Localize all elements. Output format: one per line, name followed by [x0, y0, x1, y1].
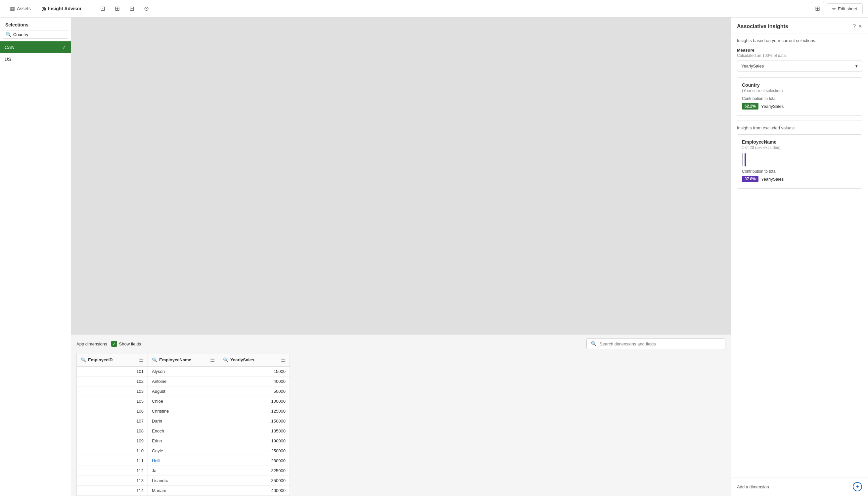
insight-advisor-tab-label: Insight Advisor: [48, 6, 81, 11]
field-item-can[interactable]: CAN ✓: [0, 41, 71, 53]
table-row: 112: [77, 466, 148, 476]
contribution-bar: 62.2% YearlySales: [742, 103, 857, 110]
add-dimension-label[interactable]: Add a dimension: [737, 484, 769, 490]
assets-tab-label: Assets: [17, 6, 31, 11]
table-row: 190000: [219, 436, 290, 446]
right-panel-header: Associative insights ? ×: [731, 17, 868, 33]
topbar: ▦ Assets ◎ Insight Advisor ⊡ ⊞ ⊟ ⊙ ⊞ ✏ E…: [0, 0, 868, 17]
show-fields-toggle[interactable]: ✓ Show fields: [111, 341, 141, 347]
bar-segment-left: [742, 153, 743, 167]
table-row: 280000: [219, 456, 290, 466]
excluded-title: EmployeeName: [742, 139, 857, 144]
add-dimension-icon[interactable]: +: [853, 482, 862, 491]
help-icon[interactable]: ?: [853, 24, 856, 29]
table-row: Darin: [148, 416, 219, 426]
grid-view-button[interactable]: ⊞: [811, 2, 824, 15]
selections-title: Selections: [5, 22, 29, 28]
topbar-right: ⊞ ✏ Edit sheet: [811, 2, 863, 15]
toolbar-icon-2[interactable]: ⊞: [111, 3, 123, 15]
dimension-tables: 🔍 EmployeeID ☰ 101 102 103 105 106 107 1…: [76, 353, 725, 496]
measure-selected-value: YearlySales: [741, 63, 764, 68]
table-row: Antoine: [148, 376, 219, 386]
field-item-us[interactable]: US: [0, 53, 71, 65]
table-row: Erinn: [148, 436, 219, 446]
show-fields-label: Show fields: [119, 341, 141, 346]
search-dimensions-icon: 🔍: [591, 341, 597, 347]
employee-name-header: 🔍 EmployeeName ☰: [148, 353, 219, 367]
measure-section: Measure Calculated on 100% of data Yearl…: [737, 48, 862, 72]
field-value-can: CAN: [5, 45, 15, 50]
left-panel: Selections 🔍 ☰ ✕ CAN ✓ US: [0, 17, 71, 496]
insights-subtitle: Insights based on your current selection…: [737, 38, 862, 43]
table-row: 102: [77, 376, 148, 386]
toolbar-icon-1[interactable]: ⊡: [97, 3, 109, 15]
contribution-percentage: 62.2%: [742, 103, 758, 110]
employee-name-title: EmployeeName: [159, 357, 208, 362]
dimensions-title: App dimensions: [76, 341, 107, 346]
table-row: Enoch: [148, 426, 219, 436]
close-icon[interactable]: ×: [858, 23, 862, 30]
right-panel-title: Associative insights: [737, 24, 851, 29]
table-row: Chloe: [148, 397, 219, 406]
employee-id-table: 🔍 EmployeeID ☰ 101 102 103 105 106 107 1…: [76, 353, 148, 496]
field-list: CAN ✓ US: [0, 41, 71, 496]
yearly-sales-menu-icon[interactable]: ☰: [281, 357, 285, 363]
measure-select[interactable]: YearlySales ▾: [737, 61, 862, 72]
table-row: Gayle: [148, 446, 219, 456]
yearly-sales-table: 🔍 YearlySales ☰ 15000 40000 50000 100000…: [219, 353, 290, 496]
employee-id-search-icon: 🔍: [81, 357, 86, 362]
table-row: 150000: [219, 416, 290, 426]
right-panel-footer: Add a dimension +: [731, 477, 868, 496]
center-content: App dimensions ✓ Show fields 🔍 🔍 Employe…: [71, 17, 731, 496]
excluded-contribution-bar: 37.8% YearlySales: [742, 176, 857, 182]
measure-sublabel: Calculated on 100% of data: [737, 53, 862, 58]
yearly-sales-header: 🔍 YearlySales ☰: [219, 353, 290, 367]
table-row: August: [148, 386, 219, 397]
table-row: Mariam: [148, 486, 219, 496]
employee-name-menu-icon[interactable]: ☰: [210, 357, 215, 363]
excluded-card: EmployeeName 1 of 20 (5% excluded) Contr…: [737, 134, 862, 189]
edit-sheet-label: Edit sheet: [838, 6, 857, 11]
current-selection-subtitle: (Your current selection): [742, 88, 857, 93]
table-row: 109: [77, 436, 148, 446]
yearly-sales-title: YearlySales: [230, 357, 279, 362]
table-row: 110: [77, 446, 148, 456]
measure-label: Measure: [737, 48, 862, 52]
table-row: 40000: [219, 376, 290, 386]
field-search-input[interactable]: [13, 32, 69, 37]
table-row: 250000: [219, 446, 290, 456]
employee-id-header: 🔍 EmployeeID ☰: [77, 353, 148, 367]
table-row: 185000: [219, 426, 290, 436]
main-layout: Selections 🔍 ☰ ✕ CAN ✓ US App dimensio: [0, 17, 868, 496]
employee-id-title: EmployeeID: [88, 357, 137, 362]
employee-name-search-icon: 🔍: [152, 357, 157, 362]
employee-id-menu-icon[interactable]: ☰: [139, 357, 144, 363]
excluded-measure-label: YearlySales: [761, 177, 784, 182]
contribution-measure-label: YearlySales: [761, 104, 784, 109]
dimensions-header: App dimensions ✓ Show fields 🔍: [76, 339, 725, 349]
toolbar-icon-3[interactable]: ⊟: [126, 3, 138, 15]
insight-icon: ◎: [41, 6, 46, 12]
show-fields-checkbox[interactable]: ✓: [111, 341, 117, 347]
toolbar-icon-4[interactable]: ⊙: [140, 3, 152, 15]
assets-tab[interactable]: ▦ Assets: [5, 4, 35, 14]
table-row: 400000: [219, 486, 290, 496]
table-row: 100000: [219, 397, 290, 406]
table-row: 108: [77, 426, 148, 436]
bar-segment-right: [745, 153, 746, 167]
table-row: Ja: [148, 466, 219, 476]
toolbar-icons: ⊡ ⊞ ⊟ ⊙: [97, 3, 152, 15]
table-row: 114: [77, 486, 148, 496]
search-dimensions-input[interactable]: [600, 341, 721, 346]
dimensions-area: App dimensions ✓ Show fields 🔍 🔍 Employe…: [71, 334, 731, 496]
selections-header: Selections: [0, 17, 71, 30]
insight-advisor-tab[interactable]: ◎ Insight Advisor: [37, 4, 86, 14]
check-icon-can: ✓: [62, 45, 66, 50]
edit-sheet-button[interactable]: ✏ Edit sheet: [827, 3, 863, 14]
excluded-bar: [742, 153, 857, 167]
topbar-tabs: ▦ Assets ◎ Insight Advisor: [5, 4, 86, 14]
field-value-us: US: [5, 57, 11, 62]
excluded-subtitle: 1 of 20 (5% excluded): [742, 145, 857, 150]
table-row: 113: [77, 476, 148, 486]
field-filter: 🔍 ☰ ✕: [3, 30, 68, 39]
